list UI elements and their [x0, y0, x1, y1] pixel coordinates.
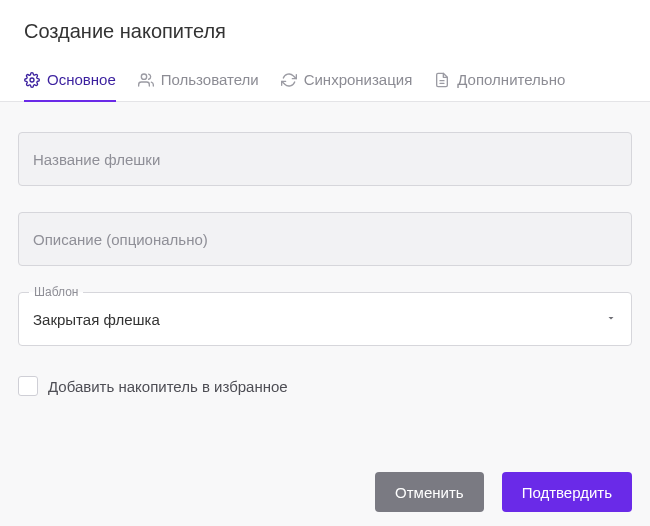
svg-point-1	[141, 74, 146, 79]
tab-label: Пользователи	[161, 71, 259, 88]
cancel-button[interactable]: Отменить	[375, 472, 484, 512]
favorite-checkbox-row: Добавить накопитель в избранное	[18, 372, 632, 404]
favorite-checkbox-label: Добавить накопитель в избранное	[48, 378, 288, 395]
tab-main[interactable]: Основное	[24, 61, 116, 102]
description-input[interactable]	[18, 212, 632, 266]
dialog-button-row: Отменить Подтвердить	[18, 462, 632, 512]
tab-label: Дополнительно	[457, 71, 565, 88]
tab-label: Синхронизация	[304, 71, 413, 88]
form-area: Шаблон Закрытая флешка Добавить накопите…	[0, 102, 650, 526]
create-drive-dialog: Создание накопителя Основное Пользоват	[0, 0, 650, 526]
tab-label: Основное	[47, 71, 116, 88]
sync-icon	[281, 72, 297, 88]
spacer	[18, 404, 632, 462]
name-input[interactable]	[18, 132, 632, 186]
confirm-button[interactable]: Подтвердить	[502, 472, 632, 512]
chevron-down-icon	[605, 310, 617, 328]
tab-sync[interactable]: Синхронизация	[281, 61, 413, 102]
template-selected-value: Закрытая флешка	[33, 311, 605, 328]
name-field-wrapper	[18, 132, 632, 186]
dialog-title: Создание накопителя	[0, 0, 650, 61]
template-select[interactable]: Шаблон Закрытая флешка	[18, 292, 632, 346]
users-icon	[138, 72, 154, 88]
favorite-checkbox[interactable]	[18, 376, 38, 396]
template-float-label: Шаблон	[29, 285, 83, 299]
document-icon	[434, 72, 450, 88]
description-field-wrapper	[18, 212, 632, 266]
svg-point-0	[30, 78, 34, 82]
tab-additional[interactable]: Дополнительно	[434, 61, 565, 102]
gear-icon	[24, 72, 40, 88]
tab-users[interactable]: Пользователи	[138, 61, 259, 102]
tab-bar: Основное Пользователи	[0, 61, 650, 102]
